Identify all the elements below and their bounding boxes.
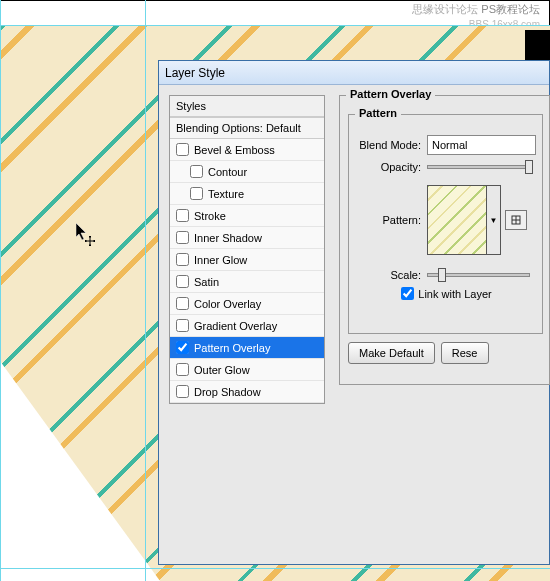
style-row-pattern-overlay[interactable]: Pattern Overlay	[170, 337, 324, 359]
style-label: Gradient Overlay	[194, 320, 277, 332]
style-row-contour[interactable]: Contour	[170, 161, 324, 183]
blending-options-header[interactable]: Blending Options: Default	[170, 117, 324, 139]
dialog-title: Layer Style	[165, 66, 225, 80]
style-checkbox[interactable]	[176, 143, 189, 156]
guide-vertical	[145, 0, 146, 581]
reset-to-default-button[interactable]: Rese	[441, 342, 489, 364]
opacity-label: Opacity:	[357, 161, 427, 173]
style-label: Contour	[208, 166, 247, 178]
scale-label: Scale:	[357, 269, 427, 281]
style-label: Satin	[194, 276, 219, 288]
style-checkbox[interactable]	[176, 275, 189, 288]
style-label: Texture	[208, 188, 244, 200]
style-row-inner-glow[interactable]: Inner Glow	[170, 249, 324, 271]
style-row-inner-shadow[interactable]: Inner Shadow	[170, 227, 324, 249]
style-row-outer-glow[interactable]: Outer Glow	[170, 359, 324, 381]
style-row-bevel-emboss[interactable]: Bevel & Emboss	[170, 139, 324, 161]
style-checkbox[interactable]	[176, 209, 189, 222]
dialog-titlebar[interactable]: Layer Style	[159, 61, 549, 85]
style-label: Pattern Overlay	[194, 342, 270, 354]
styles-header[interactable]: Styles	[170, 96, 324, 117]
slider-thumb[interactable]	[525, 160, 533, 174]
link-with-layer-checkbox[interactable]: Link with Layer	[401, 287, 491, 300]
layer-style-dialog: Layer Style Styles Blending Options: Def…	[158, 60, 550, 565]
style-label: Inner Shadow	[194, 232, 262, 244]
style-row-stroke[interactable]: Stroke	[170, 205, 324, 227]
style-label: Inner Glow	[194, 254, 247, 266]
snap-to-origin-button[interactable]	[505, 210, 527, 230]
pattern-swatch[interactable]	[427, 185, 487, 255]
guide-horizontal	[0, 568, 550, 569]
style-row-color-overlay[interactable]: Color Overlay	[170, 293, 324, 315]
style-label: Color Overlay	[194, 298, 261, 310]
pattern-overlay-group-label: Pattern Overlay	[346, 88, 435, 100]
make-default-button[interactable]: Make Default	[348, 342, 435, 364]
style-label: Stroke	[194, 210, 226, 222]
style-label: Bevel & Emboss	[194, 144, 275, 156]
style-label: Drop Shadow	[194, 386, 261, 398]
pattern-subgroup-label: Pattern	[355, 107, 401, 119]
style-row-gradient-overlay[interactable]: Gradient Overlay	[170, 315, 324, 337]
style-checkbox[interactable]	[176, 341, 189, 354]
pattern-label: Pattern:	[357, 214, 427, 226]
style-label: Outer Glow	[194, 364, 250, 376]
style-checkbox[interactable]	[176, 231, 189, 244]
move-cursor-icon	[76, 223, 96, 247]
blend-mode-label: Blend Mode:	[357, 139, 427, 151]
chevron-down-icon: ▼	[490, 216, 498, 225]
style-checkbox[interactable]	[176, 385, 189, 398]
guide-vertical	[0, 0, 1, 581]
style-row-drop-shadow[interactable]: Drop Shadow	[170, 381, 324, 403]
style-checkbox[interactable]	[190, 187, 203, 200]
scale-slider[interactable]	[427, 273, 530, 277]
slider-thumb[interactable]	[438, 268, 446, 282]
style-checkbox[interactable]	[176, 253, 189, 266]
styles-list: Styles Blending Options: Default Bevel &…	[169, 95, 325, 404]
blend-mode-select[interactable]: Normal	[427, 135, 536, 155]
style-row-satin[interactable]: Satin	[170, 271, 324, 293]
style-checkbox[interactable]	[190, 165, 203, 178]
guide-horizontal	[0, 25, 550, 26]
style-checkbox[interactable]	[176, 297, 189, 310]
style-row-texture[interactable]: Texture	[170, 183, 324, 205]
style-checkbox[interactable]	[176, 319, 189, 332]
opacity-slider[interactable]	[427, 165, 530, 169]
pattern-picker-dropdown[interactable]: ▼	[487, 185, 501, 255]
style-checkbox[interactable]	[176, 363, 189, 376]
